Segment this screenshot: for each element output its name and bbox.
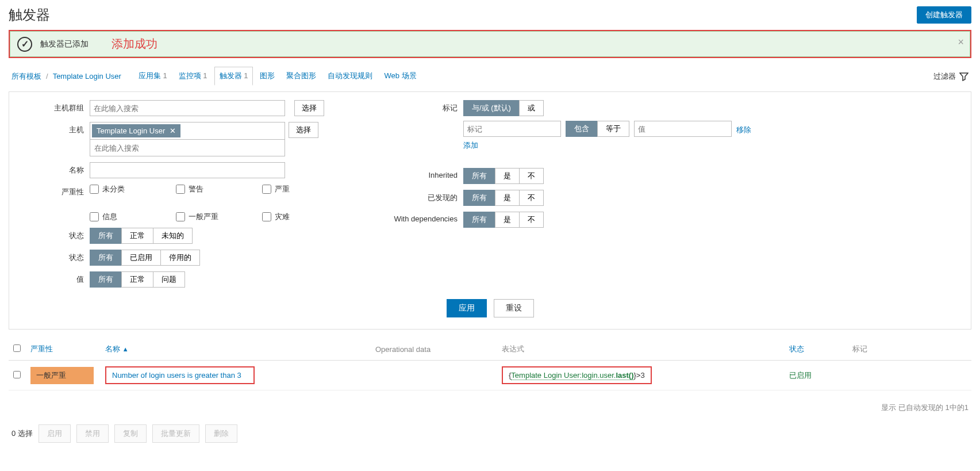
status-toggle: 所有 已启用 停用的 <box>90 250 200 266</box>
deps-all[interactable]: 所有 <box>463 212 495 228</box>
breadcrumb-template[interactable]: Template Login User <box>53 72 121 81</box>
filter-panel: 主机群组 选择 主机 Template Login User✕ 选择 <box>9 91 971 330</box>
filter-icon <box>959 72 969 81</box>
sort-up-icon: ▲ <box>122 346 129 353</box>
trigger-name-link[interactable]: Number of login users is greater than 3 <box>112 371 241 380</box>
tag-or[interactable]: 或 <box>519 100 544 116</box>
deps-yes[interactable]: 是 <box>495 212 520 228</box>
sev-unclassified[interactable]: 未分类 <box>90 184 159 194</box>
value-problem[interactable]: 问题 <box>153 271 185 288</box>
chip-remove-icon[interactable]: ✕ <box>170 127 176 135</box>
value-toggle: 所有 正常 问题 <box>90 271 185 288</box>
page-title: 触发器 <box>9 6 50 24</box>
tag-add-link[interactable]: 添加 <box>463 140 478 151</box>
inherited-no[interactable]: 不 <box>519 168 544 184</box>
tag-andor[interactable]: 与/或 (默认) <box>463 100 520 116</box>
triggers-table: 严重性 名称 ▲ Operational data 表达式 状态 标记 一般严重… <box>9 338 971 390</box>
tab-graphs[interactable]: 图形 <box>255 67 279 86</box>
inherited-all[interactable]: 所有 <box>463 168 495 184</box>
expression-highlight: {Template Login User:login.user.last()}>… <box>502 366 652 384</box>
sev-warning[interactable]: 警告 <box>176 184 245 194</box>
sev-info[interactable]: 信息 <box>90 212 159 222</box>
state-normal[interactable]: 正常 <box>121 228 153 244</box>
apply-button[interactable]: 应用 <box>447 299 487 317</box>
col-opdata: Operational data <box>375 345 431 354</box>
sev-average[interactable]: 一般严重 <box>176 212 245 222</box>
host-chip: Template Login User✕ <box>92 124 180 137</box>
state-label: 状态 <box>21 228 84 241</box>
severity-label: 严重性 <box>21 184 84 197</box>
bulk-disable-button[interactable]: 禁用 <box>76 424 109 443</box>
row-checkbox[interactable] <box>13 371 21 378</box>
col-name[interactable]: 名称 ▲ <box>105 344 129 353</box>
breadcrumb-all-templates[interactable]: 所有模板 <box>11 71 41 82</box>
sev-high[interactable]: 严重 <box>262 184 331 194</box>
value-label: 值 <box>21 271 84 285</box>
deps-label: With dependencies <box>377 212 458 223</box>
tag-match-toggle: 包含 等于 <box>566 121 629 137</box>
status-all[interactable]: 所有 <box>90 250 122 266</box>
name-label: 名称 <box>21 162 84 175</box>
tag-contains[interactable]: 包含 <box>566 121 598 137</box>
tab-triggers[interactable]: 触发器 1 <box>214 67 253 86</box>
tag-equals[interactable]: 等于 <box>597 121 629 137</box>
status-link[interactable]: 已启用 <box>789 371 812 380</box>
host-group-select-button[interactable]: 选择 <box>294 100 324 116</box>
tag-remove-link[interactable]: 移除 <box>736 125 751 135</box>
inherited-yes[interactable]: 是 <box>495 168 520 184</box>
status-enabled[interactable]: 已启用 <box>121 250 161 266</box>
state-all[interactable]: 所有 <box>90 228 122 244</box>
discovered-all[interactable]: 所有 <box>463 190 495 206</box>
discovered-toggle: 所有 是 不 <box>463 190 544 206</box>
inherited-label: Inherited <box>377 168 458 179</box>
host-multiselect[interactable]: Template Login User✕ <box>90 122 285 140</box>
tab-discovery[interactable]: 自动发现规则 <box>323 67 377 86</box>
expression-link[interactable]: Template Login User:login.user.last() <box>511 371 633 380</box>
severity-checkboxes: 未分类 警告 严重 信息 一般严重 灾难 <box>90 184 331 222</box>
host-select-button[interactable]: 选择 <box>289 122 318 138</box>
value-ok[interactable]: 正常 <box>121 271 153 288</box>
status-label: 状态 <box>21 250 84 263</box>
col-tags: 标记 <box>852 344 867 353</box>
col-status[interactable]: 状态 <box>789 344 804 353</box>
close-icon[interactable]: × <box>958 36 964 48</box>
success-banner-annotation-box: 触发器已添加 添加成功 × <box>9 30 971 58</box>
reset-button[interactable]: 重设 <box>494 299 534 317</box>
discovered-no[interactable]: 不 <box>519 190 544 206</box>
check-icon <box>17 37 32 52</box>
name-input[interactable] <box>90 162 285 178</box>
host-group-input[interactable] <box>90 100 285 116</box>
bulk-copy-button[interactable]: 复制 <box>114 424 147 443</box>
bulk-massupdate-button[interactable]: 批量更新 <box>152 424 199 443</box>
deps-toggle: 所有 是 不 <box>463 212 544 228</box>
host-search-input[interactable] <box>92 141 283 154</box>
filter-toggle[interactable]: 过滤器 <box>933 71 969 82</box>
col-expression: 表达式 <box>502 344 524 353</box>
tab-items[interactable]: 监控项 1 <box>174 67 212 86</box>
sev-disaster[interactable]: 灾难 <box>262 212 331 222</box>
col-severity[interactable]: 严重性 <box>30 344 53 353</box>
breadcrumb: 所有模板 / Template Login User 应用集 1 监控项 1 触… <box>0 61 980 91</box>
state-unknown[interactable]: 未知的 <box>153 228 193 244</box>
severity-badge: 一般严重 <box>30 367 94 384</box>
deps-no[interactable]: 不 <box>519 212 544 228</box>
tag-label: 标记 <box>377 100 458 113</box>
status-disabled[interactable]: 停用的 <box>160 250 200 266</box>
discovered-yes[interactable]: 是 <box>495 190 520 206</box>
bulk-action-bar: 0 选择 启用 禁用 复制 批量更新 删除 <box>0 416 980 451</box>
tab-screens[interactable]: 聚合图形 <box>282 67 321 86</box>
select-all-checkbox[interactable] <box>13 344 21 352</box>
table-row: 一般严重 Number of login users is greater th… <box>9 361 971 390</box>
tab-web[interactable]: Web 场景 <box>379 67 421 86</box>
inherited-toggle: 所有 是 不 <box>463 168 544 184</box>
tag-name-input[interactable] <box>463 121 561 137</box>
create-trigger-button[interactable]: 创建触发器 <box>917 6 971 24</box>
bulk-enable-button[interactable]: 启用 <box>39 424 71 443</box>
discovered-label: 已发现的 <box>377 190 458 203</box>
selected-count: 0 选择 <box>11 428 33 439</box>
value-all[interactable]: 所有 <box>90 271 122 288</box>
tab-app-sets[interactable]: 应用集 1 <box>134 67 172 86</box>
tag-andor-toggle: 与/或 (默认) 或 <box>463 100 544 116</box>
tag-value-input[interactable] <box>634 121 732 137</box>
bulk-delete-button[interactable]: 删除 <box>205 424 237 443</box>
